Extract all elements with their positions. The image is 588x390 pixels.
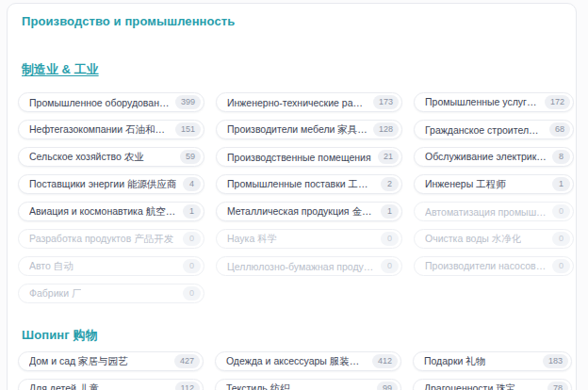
category-count-badge: 4 <box>183 177 201 191</box>
category-column: Промышленные услуги 工业服务172Гражданское с… <box>414 92 574 303</box>
category-count-badge: 172 <box>545 95 570 109</box>
category-count-badge: 2 <box>381 177 399 191</box>
category-label: Драгоценности 珠宝 <box>424 382 515 390</box>
category-item[interactable]: Очистка воды 水净化0 <box>414 229 574 249</box>
category-item[interactable]: Фабрики 厂0 <box>18 284 204 303</box>
category-count-badge: 0 <box>381 259 399 273</box>
category-item[interactable]: Драгоценности 珠宝78 <box>413 379 572 390</box>
category-item[interactable]: Для детей 儿童112 <box>18 379 204 390</box>
category-label: Фабрики 厂 <box>29 287 81 301</box>
category-item[interactable]: Инженерно-технические работы173 <box>216 92 402 112</box>
category-label: Обслуживание электрики 电气维护 <box>425 151 547 164</box>
category-label: Гражданское строительство <box>425 124 544 136</box>
category-count-badge: 0 <box>552 259 570 273</box>
category-item[interactable]: Авиация и космонавтика 航空和宇航1 <box>18 202 204 221</box>
category-item[interactable]: Промышленные поставки 工业用品2 <box>216 174 402 194</box>
category-item[interactable]: Текстиль 纺织99 <box>215 379 401 390</box>
category-label: Производственные помещения <box>227 152 371 163</box>
category-label: Промышленное оборудование <box>29 97 170 108</box>
category-label: Автоматизация промышленности <box>425 206 547 218</box>
category-label: Производители насосов 泵制造商 <box>425 260 547 273</box>
category-item[interactable]: Разработка продуктов 产品开发0 <box>18 229 204 249</box>
category-count-badge: 78 <box>547 382 568 390</box>
category-count-badge: 8 <box>552 150 570 164</box>
category-item[interactable]: Нефтегазокомпании 石油和天然气公司151 <box>18 120 204 139</box>
category-item[interactable]: Авто 自动0 <box>18 256 204 276</box>
category-label: Наука 科学 <box>227 233 277 246</box>
category-item[interactable]: Поставщики энергии 能源供应商4 <box>18 174 204 194</box>
category-label: Разработка продуктов 产品开发 <box>29 233 173 246</box>
category-label: Авто 自动 <box>29 260 74 273</box>
category-item[interactable]: Автоматизация промышленности0 <box>414 202 574 221</box>
category-item[interactable]: Целлюлозно-бумажная продукция0 <box>216 256 402 276</box>
section-shopping: Шопинг 购物 Дом и сад 家居与园艺427Для детей 儿童… <box>18 327 572 390</box>
category-label: Подарки 礼物 <box>424 355 485 368</box>
category-item[interactable]: Инженеры 工程师1 <box>414 174 574 194</box>
category-label: Инженеры 工程师 <box>425 178 506 191</box>
category-column: Инженерно-технические работы173Производи… <box>216 92 402 303</box>
category-item[interactable]: Обслуживание электрики 电气维护8 <box>414 147 574 167</box>
category-count-badge: 0 <box>552 232 570 246</box>
category-label: Текстиль 纺织 <box>226 382 290 390</box>
category-item[interactable]: Производственные помещения21 <box>216 147 402 167</box>
category-count-badge: 0 <box>552 204 570 219</box>
categories-panel: Производство и промышленность 制造业 & 工业 П… <box>7 3 577 390</box>
category-count-badge: 1 <box>552 177 570 191</box>
category-label: Металлическая продукция 金属制品 <box>227 205 375 219</box>
shopping-category-grid: Дом и сад 家居与园艺427Для детей 儿童112Одежда … <box>18 351 572 390</box>
category-count-badge: 0 <box>183 232 201 246</box>
category-label: Производители мебели 家具制造商 <box>227 123 368 137</box>
category-count-badge: 412 <box>372 354 398 368</box>
category-label: Одежда и аксессуары 服装和配饰 <box>226 355 367 368</box>
category-count-badge: 99 <box>377 382 398 390</box>
group-title-shopping: Шопинг 购物 <box>22 327 572 344</box>
category-count-badge: 59 <box>180 150 201 164</box>
category-label: Дом и сад 家居与园艺 <box>29 355 128 368</box>
category-item[interactable]: Дом и сад 家居与园艺427 <box>18 351 204 371</box>
category-item[interactable]: Производители насосов 泵制造商0 <box>414 256 574 276</box>
category-label: Для детей 儿童 <box>29 382 99 390</box>
category-count-badge: 151 <box>175 122 201 137</box>
category-column: Одежда и аксессуары 服装和配饰412Текстиль 纺织9… <box>215 351 401 390</box>
category-item[interactable]: Одежда и аксессуары 服装和配饰412 <box>215 351 401 371</box>
category-item[interactable]: Производители мебели 家具制造商128 <box>216 120 402 139</box>
industry-subcategory-link[interactable]: 制造业 & 工业 <box>22 61 99 78</box>
category-item[interactable]: Промышленные услуги 工业服务172 <box>414 92 574 112</box>
category-label: Инженерно-технические работы <box>227 97 368 108</box>
category-count-badge: 112 <box>175 382 200 390</box>
category-label: Сельское хозяйство 农业 <box>29 151 144 164</box>
category-label: Авиация и космонавтика 航空和宇航 <box>29 205 177 219</box>
category-count-badge: 427 <box>174 354 200 368</box>
category-item[interactable]: Промышленное оборудование399 <box>18 92 204 112</box>
category-column: Дом и сад 家居与园艺427Для детей 儿童112 <box>18 351 204 390</box>
category-item[interactable]: Гражданское строительство68 <box>414 120 574 139</box>
category-item[interactable]: Наука 科学0 <box>216 229 402 249</box>
category-item[interactable]: Подарки 礼物183 <box>413 351 572 371</box>
category-count-badge: 68 <box>549 122 570 137</box>
category-label: Поставщики энергии 能源供应商 <box>29 178 176 191</box>
category-count-badge: 21 <box>378 150 399 164</box>
category-count-badge: 1 <box>183 204 201 219</box>
category-column: Промышленное оборудование399Нефтегазоком… <box>18 92 204 303</box>
category-count-badge: 128 <box>373 122 399 137</box>
category-item[interactable]: Сельское хозяйство 农业59 <box>18 147 204 167</box>
category-count-badge: 1 <box>381 204 399 219</box>
category-label: Целлюлозно-бумажная продукция <box>227 261 375 272</box>
category-label: Промышленные поставки 工业用品 <box>227 178 375 191</box>
category-column: Подарки 礼物183Драгоценности 珠宝78 <box>413 351 572 390</box>
section-industry: Производство и промышленность 制造业 & 工业 П… <box>18 14 572 303</box>
category-count-badge: 183 <box>543 354 568 368</box>
category-label: Нефтегазокомпании 石油和天然气公司 <box>29 123 170 137</box>
category-item[interactable]: Металлическая продукция 金属制品1 <box>216 202 402 221</box>
category-label: Промышленные услуги 工业服务 <box>425 96 539 109</box>
category-count-badge: 0 <box>381 232 399 246</box>
category-count-badge: 399 <box>175 95 201 109</box>
industry-category-grid: Промышленное оборудование399Нефтегазоком… <box>18 92 572 303</box>
category-count-badge: 0 <box>183 286 201 301</box>
category-label: Очистка воды 水净化 <box>425 233 521 246</box>
category-count-badge: 0 <box>183 259 201 273</box>
group-title-industry: Производство и промышленность <box>22 14 572 28</box>
category-count-badge: 173 <box>373 95 399 109</box>
